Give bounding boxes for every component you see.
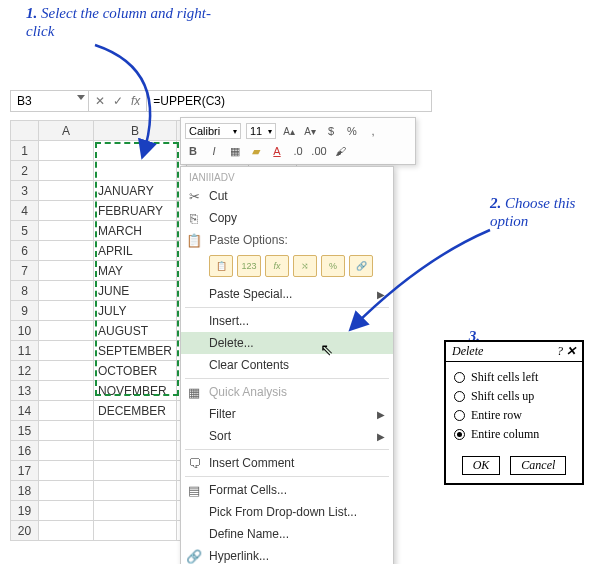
cell[interactable]: OCTOBER <box>94 361 177 381</box>
menu-clear-contents[interactable]: Clear Contents <box>181 354 393 376</box>
cell[interactable] <box>94 441 177 461</box>
cell[interactable] <box>39 301 94 321</box>
border-icon[interactable]: ▦ <box>227 143 243 159</box>
cell[interactable] <box>94 501 177 521</box>
cell[interactable] <box>39 401 94 421</box>
opt-shift-left[interactable]: Shift cells left <box>454 370 574 385</box>
context-menu[interactable]: IANIIIADV ✂Cut ⎘Copy 📋Paste Options: 📋 1… <box>180 166 394 564</box>
format-painter-icon[interactable]: 🖌 <box>332 143 348 159</box>
cell[interactable] <box>39 441 94 461</box>
row-header[interactable]: 7 <box>11 261 39 281</box>
paste-values-icon[interactable]: 123 <box>237 255 261 277</box>
menu-format-cells[interactable]: ▤Format Cells... <box>181 479 393 501</box>
increase-decimal-icon[interactable]: .00 <box>311 143 327 159</box>
row-header[interactable]: 20 <box>11 521 39 541</box>
bold-icon[interactable]: B <box>185 143 201 159</box>
row-header[interactable]: 12 <box>11 361 39 381</box>
cell[interactable]: JULY <box>94 301 177 321</box>
cell[interactable] <box>94 481 177 501</box>
accounting-icon[interactable]: $ <box>323 123 339 139</box>
cell[interactable]: NOVEMBER <box>94 381 177 401</box>
menu-pick-from-list[interactable]: Pick From Drop-down List... <box>181 501 393 523</box>
row-header[interactable]: 6 <box>11 241 39 261</box>
formula-input[interactable]: =UPPER(C3) <box>147 91 431 111</box>
row-header[interactable]: 17 <box>11 461 39 481</box>
fx-icon[interactable]: fx <box>131 94 140 108</box>
row-header[interactable]: 10 <box>11 321 39 341</box>
row-header[interactable]: 16 <box>11 441 39 461</box>
cell[interactable] <box>39 181 94 201</box>
menu-insert-comment[interactable]: 🗨Insert Comment <box>181 452 393 474</box>
cell[interactable] <box>39 281 94 301</box>
cell[interactable] <box>39 521 94 541</box>
cell[interactable]: AUGUST <box>94 321 177 341</box>
menu-cut[interactable]: ✂Cut <box>181 185 393 207</box>
paste-formulas-icon[interactable]: fx <box>265 255 289 277</box>
cell[interactable]: JANUARY <box>94 181 177 201</box>
delete-dialog[interactable]: Delete ? ✕ Shift cells left Shift cells … <box>444 340 584 485</box>
menu-insert[interactable]: Insert... <box>181 310 393 332</box>
cell[interactable] <box>94 141 177 161</box>
cell[interactable] <box>94 521 177 541</box>
cell[interactable] <box>94 161 177 181</box>
cell[interactable] <box>39 141 94 161</box>
row-header[interactable]: 9 <box>11 301 39 321</box>
cell[interactable] <box>94 461 177 481</box>
cell[interactable] <box>39 341 94 361</box>
opt-entire-column[interactable]: Entire column <box>454 427 574 442</box>
menu-quick-analysis[interactable]: ▦Quick Analysis <box>181 381 393 403</box>
increase-font-icon[interactable]: A▴ <box>281 123 297 139</box>
opt-shift-up[interactable]: Shift cells up <box>454 389 574 404</box>
row-header[interactable]: 4 <box>11 201 39 221</box>
cell[interactable] <box>39 201 94 221</box>
col-header-b[interactable]: B <box>94 121 177 141</box>
cancel-icon[interactable]: ✕ <box>95 94 105 108</box>
row-header[interactable]: 3 <box>11 181 39 201</box>
cell[interactable] <box>39 161 94 181</box>
ok-button[interactable]: OK <box>462 456 501 475</box>
name-box[interactable]: B3 <box>11 91 89 111</box>
paste-transpose-icon[interactable]: ⤭ <box>293 255 317 277</box>
confirm-icon[interactable]: ✓ <box>113 94 123 108</box>
cell[interactable] <box>39 261 94 281</box>
cancel-button[interactable]: Cancel <box>510 456 566 475</box>
cell[interactable]: DECEMBER <box>94 401 177 421</box>
cell[interactable] <box>39 321 94 341</box>
menu-paste-special[interactable]: Paste Special...▶ <box>181 283 393 305</box>
mini-toolbar[interactable]: Calibri▾ 11▾ A▴ A▾ $ % , B I ▦ ▰ A .0 .0… <box>180 117 416 165</box>
cell[interactable]: JUNE <box>94 281 177 301</box>
menu-define-name[interactable]: Define Name... <box>181 523 393 545</box>
cell[interactable] <box>39 361 94 381</box>
italic-icon[interactable]: I <box>206 143 222 159</box>
col-header-a[interactable]: A <box>39 121 94 141</box>
font-color-icon[interactable]: A <box>269 143 285 159</box>
row-header[interactable]: 5 <box>11 221 39 241</box>
paste-icon[interactable]: 📋 <box>209 255 233 277</box>
cell[interactable] <box>39 421 94 441</box>
menu-delete[interactable]: Delete... <box>181 332 393 354</box>
menu-hyperlink[interactable]: 🔗Hyperlink... <box>181 545 393 564</box>
fill-color-icon[interactable]: ▰ <box>248 143 264 159</box>
row-header[interactable]: 19 <box>11 501 39 521</box>
cell[interactable] <box>39 481 94 501</box>
cell[interactable]: FEBRUARY <box>94 201 177 221</box>
close-icon[interactable]: ✕ <box>566 344 576 358</box>
row-header[interactable]: 8 <box>11 281 39 301</box>
cell[interactable] <box>39 221 94 241</box>
cell[interactable] <box>39 381 94 401</box>
row-header[interactable]: 11 <box>11 341 39 361</box>
menu-sort[interactable]: Sort▶ <box>181 425 393 447</box>
cell[interactable]: MARCH <box>94 221 177 241</box>
row-header[interactable]: 15 <box>11 421 39 441</box>
cell[interactable] <box>39 241 94 261</box>
cell[interactable] <box>39 461 94 481</box>
cell[interactable] <box>39 501 94 521</box>
comma-icon[interactable]: , <box>365 123 381 139</box>
corner-cell[interactable] <box>11 121 39 141</box>
help-icon[interactable]: ? <box>557 344 563 358</box>
chevron-down-icon[interactable] <box>77 95 85 100</box>
font-size-picker[interactable]: 11▾ <box>246 123 276 139</box>
font-picker[interactable]: Calibri▾ <box>185 123 241 139</box>
decrease-decimal-icon[interactable]: .0 <box>290 143 306 159</box>
cell[interactable]: MAY <box>94 261 177 281</box>
